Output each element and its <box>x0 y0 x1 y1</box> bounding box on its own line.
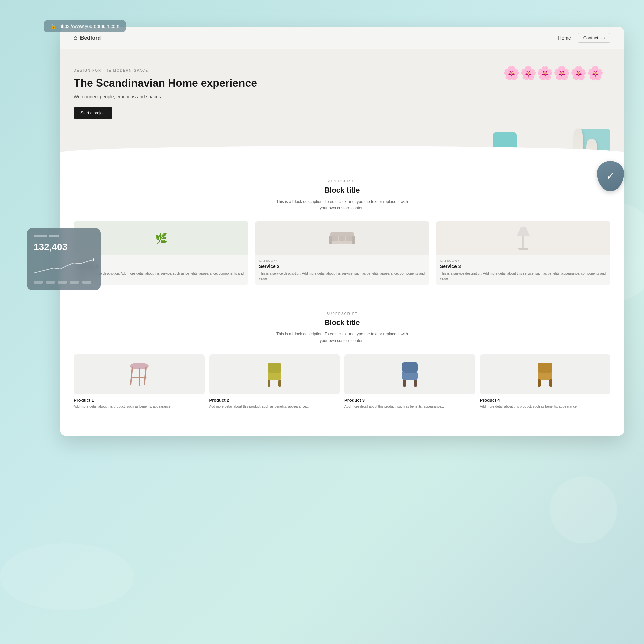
service-1-desc: This is a service description. Add more … <box>78 271 244 281</box>
section1-title: Block title <box>74 186 610 195</box>
start-project-button[interactable]: Start a project <box>74 107 112 119</box>
product-1-image <box>74 354 205 394</box>
section1-desc: This is a block description. To edit, cl… <box>275 199 409 211</box>
stats-bar-1 <box>34 235 47 237</box>
service-2-name: Service 2 <box>259 264 425 269</box>
chair-gold-icon <box>533 359 557 389</box>
stool-icon <box>127 359 151 389</box>
checkmark-icon: ✓ <box>606 170 615 182</box>
product-2-name: Product 2 <box>209 398 340 403</box>
section2-superscript: SUPERSCRIPT <box>74 312 610 316</box>
hero-section: DESIGN FOR THE MODERN SPACE The Scandina… <box>60 49 624 166</box>
stats-card: 132,403 <box>27 228 101 290</box>
chair-green-icon <box>263 359 286 389</box>
svg-rect-6 <box>329 236 332 244</box>
logo-text: Bedford <box>80 35 101 41</box>
product-3-desc: Add more detail about this product, such… <box>344 404 475 409</box>
hero-subtitle: We connect people, emotions and spaces <box>74 94 315 99</box>
svg-rect-4 <box>346 236 352 241</box>
product-2-desc: Add more detail about this product, such… <box>209 404 340 409</box>
stats-bar-2 <box>49 235 59 237</box>
svg-rect-17 <box>268 363 281 373</box>
browser-address-bar: 🔒 https://www.yourdomain.com <box>44 20 126 32</box>
sofa-icon <box>329 229 356 248</box>
stats-dot-5 <box>82 281 91 284</box>
service-3-category: Category <box>440 259 606 262</box>
svg-rect-5 <box>330 232 354 236</box>
service-card-3: Category Service 3 This is a service des… <box>436 221 610 285</box>
stats-dot-1 <box>34 281 43 284</box>
service-3-desc: This is a service description. Add more … <box>440 271 606 281</box>
svg-rect-9 <box>522 236 524 248</box>
service-card-2: Category Service 2 This is a service des… <box>255 221 429 285</box>
svg-rect-7 <box>352 236 355 244</box>
svg-rect-18 <box>268 380 270 387</box>
product-3-image <box>344 354 475 394</box>
hero-superscript: DESIGN FOR THE MODERN SPACE <box>74 69 315 72</box>
services-section: SUPERSCRIPT Block title This is a block … <box>74 166 610 299</box>
stats-dot-3 <box>58 281 67 284</box>
product-card-4: Product 4 Add more detail about this pro… <box>480 354 611 409</box>
product-1-name: Product 1 <box>74 398 205 403</box>
product-card-3: Product 3 Add more detail about this pro… <box>344 354 475 409</box>
bg-decoration-3 <box>0 543 134 610</box>
product-1-desc: Add more detail about this product, such… <box>74 404 205 409</box>
hero-title: The Scandinavian Home experience <box>74 76 315 89</box>
svg-rect-3 <box>339 236 345 241</box>
svg-rect-10 <box>518 248 528 250</box>
stats-dots <box>34 281 94 284</box>
service-card-3-image <box>436 221 610 255</box>
website-container: ⌂ Bedford Home Contact Us DESIGN FOR THE… <box>60 27 624 436</box>
service-cards-container: 🌿 Category Service 1 This is a service d… <box>74 221 610 285</box>
section2-title: Block title <box>74 318 610 327</box>
product-4-desc: Add more detail about this product, such… <box>480 404 611 409</box>
main-content: SUPERSCRIPT Block title This is a block … <box>60 166 624 436</box>
product-card-2: Product 2 Add more detail about this pro… <box>209 354 340 409</box>
nav-home-link[interactable]: Home <box>558 35 571 41</box>
service-1-name: Service 1 <box>78 264 244 269</box>
svg-rect-25 <box>538 363 552 373</box>
product-2-image <box>209 354 340 394</box>
svg-point-0 <box>93 258 94 261</box>
stats-chart <box>34 256 94 276</box>
service-2-desc: This is a service description. Add more … <box>259 271 425 281</box>
product-cards-container: Product 1 Add more detail about this pro… <box>74 354 610 409</box>
svg-rect-2 <box>332 236 338 241</box>
contact-us-button[interactable]: Contact Us <box>578 33 610 43</box>
svg-rect-23 <box>414 380 417 387</box>
svg-rect-26 <box>538 379 541 387</box>
site-navigation: ⌂ Bedford Home Contact Us <box>60 27 624 49</box>
svg-marker-8 <box>517 227 530 236</box>
lock-icon: 🔒 <box>50 23 56 29</box>
product-card-1: Product 1 Add more detail about this pro… <box>74 354 205 409</box>
stats-dot-2 <box>46 281 55 284</box>
hero-wave <box>60 146 624 166</box>
products-section: SUPERSCRIPT Block title This is a block … <box>74 299 610 422</box>
url-text: https://www.yourdomain.com <box>59 23 119 29</box>
section1-superscript: SUPERSCRIPT <box>74 179 610 183</box>
svg-line-13 <box>144 368 146 384</box>
svg-rect-22 <box>403 380 406 387</box>
section2-desc: This is a block description. To edit, cl… <box>275 331 409 344</box>
chair-blue-icon <box>398 359 422 389</box>
service-card-3-body: Category Service 3 This is a service des… <box>436 255 610 285</box>
svg-rect-19 <box>278 380 281 387</box>
service-1-category: Category <box>78 259 244 262</box>
product-4-image <box>480 354 611 394</box>
logo-icon: ⌂ <box>74 34 77 41</box>
svg-line-12 <box>131 368 132 384</box>
lamp-icon <box>513 225 533 252</box>
stats-bar-group <box>34 235 94 237</box>
svg-rect-21 <box>402 362 418 373</box>
nav-links: Home Contact Us <box>558 33 610 43</box>
stats-dot-4 <box>70 281 79 284</box>
service-card-2-image <box>255 221 429 255</box>
product-4-name: Product 4 <box>480 398 611 403</box>
service-card-2-body: Category Service 2 This is a service des… <box>255 255 429 285</box>
bg-decoration-2 <box>550 476 617 543</box>
product-3-name: Product 3 <box>344 398 475 403</box>
stats-number: 132,403 <box>34 241 94 252</box>
cherry-blossom-decoration: 🌸🌸🌸🌸🌸🌸 <box>503 65 604 81</box>
service-3-name: Service 3 <box>440 264 606 269</box>
svg-rect-27 <box>549 379 552 387</box>
